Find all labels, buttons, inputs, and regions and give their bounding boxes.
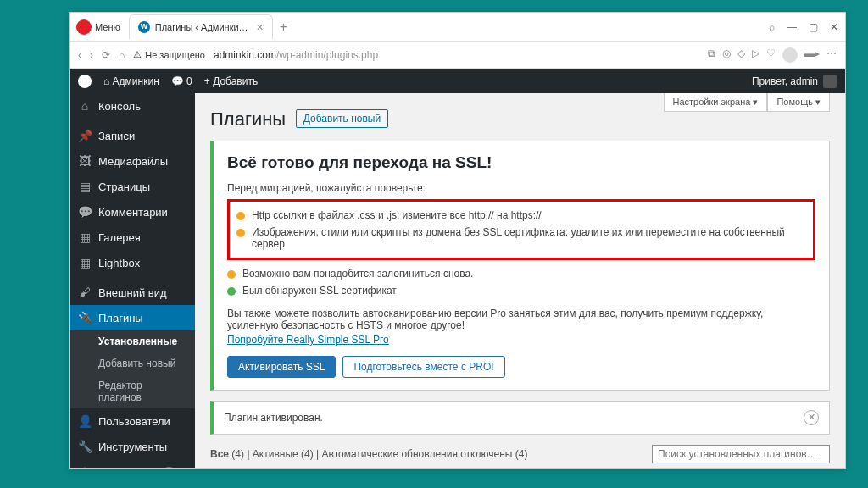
wp-logo-icon[interactable] — [78, 75, 92, 88]
ext-icon[interactable]: ◇ — [737, 47, 745, 63]
menu-settings[interactable]: ⚙Настройки1 — [70, 459, 195, 468]
page-icon: ▤ — [78, 180, 92, 193]
warn-dot-icon — [227, 270, 236, 279]
browser-titlebar: Меню Плагины ‹ Админкин — W… × + ⌕ — ▢ ✕ — [70, 13, 845, 42]
home-icon[interactable]: ⌂ — [119, 49, 125, 61]
screen-options-button[interactable]: Настройки экрана ▾ — [664, 93, 768, 112]
comment-icon: 💬 — [78, 205, 92, 219]
security-indicator[interactable]: ⚠ Не защищено — [133, 49, 205, 60]
warn-dot-icon — [236, 229, 245, 237]
ssl-pretext: Перед миграцией, пожалуйста проверьте: — [227, 182, 815, 194]
pro-button[interactable]: Подготовьтесь вместе с PRO! — [342, 356, 504, 378]
media-icon: 🖾 — [78, 154, 92, 168]
filter-auto[interactable]: Автоматические обновления отключены — [322, 448, 513, 460]
close-icon[interactable]: ✕ — [830, 21, 838, 33]
reload-icon[interactable]: ⟳ — [102, 49, 110, 61]
ext-icon[interactable]: ⧉ — [708, 47, 715, 63]
wp-sidebar: ⌂Консоль 📌Записи 🖾Медиафайлы ▤Страницы 💬… — [70, 93, 195, 468]
menu-users[interactable]: 👤Пользователи — [70, 408, 195, 434]
user-icon: 👤 — [78, 414, 92, 428]
plug-icon: 🔌 — [78, 311, 92, 324]
menu-dashboard[interactable]: ⌂Консоль — [70, 93, 195, 119]
profile-icon[interactable] — [782, 47, 798, 63]
ssl-pro-text: Вы также можете позволить автосканирован… — [227, 308, 815, 331]
opera-icon — [76, 19, 92, 35]
comments-link[interactable]: 💬 0 — [171, 75, 192, 87]
menu-comments[interactable]: 💬Комментарии — [70, 199, 195, 225]
wp-favicon-icon — [138, 21, 150, 33]
brush-icon: 🖌 — [78, 286, 92, 299]
window-controls: ⌕ — ▢ ✕ — [769, 21, 838, 33]
site-link[interactable]: ⌂ Админкин — [103, 75, 159, 87]
ssl-pro-link[interactable]: Попробуйте Really Simple SSL Pro — [227, 334, 389, 346]
maximize-icon[interactable]: ▢ — [809, 21, 818, 33]
ok-dot-icon — [227, 287, 236, 296]
submenu-installed[interactable]: Установленные — [70, 330, 195, 352]
pin-icon: 📌 — [78, 129, 92, 142]
ext-icon[interactable]: ♡ — [766, 47, 776, 63]
plugin-activated-notice: Плагин активирован. ✕ — [210, 401, 830, 435]
dismiss-icon[interactable]: ✕ — [804, 410, 819, 425]
content-area: Настройки экрана ▾ Помощь ▾ Плагины Доба… — [195, 93, 845, 468]
warn-dot-icon — [236, 212, 245, 220]
avatar[interactable] — [823, 75, 837, 88]
gauge-icon: ⌂ — [78, 99, 92, 113]
new-tab-button[interactable]: + — [280, 19, 287, 35]
battery-icon[interactable]: ▬▸ — [804, 47, 820, 63]
search-input[interactable] — [652, 445, 830, 463]
menu-plugins[interactable]: 🔌Плагины — [70, 305, 195, 330]
ssl-notice: Всё готово для перехода на SSL! Перед ми… — [210, 141, 830, 391]
menu-media[interactable]: 🖾Медиафайлы — [70, 148, 195, 174]
tab-title: Плагины ‹ Админкин — W… — [155, 22, 252, 32]
back-icon[interactable]: ‹ — [78, 49, 81, 61]
submenu-editor[interactable]: Редактор плагинов — [70, 374, 195, 408]
update-badge: 1 — [163, 467, 176, 469]
add-new-button[interactable]: Добавить новый — [296, 109, 388, 128]
lightbox-icon: ▦ — [78, 256, 92, 269]
page-title: Плагины — [210, 93, 286, 137]
browser-tab[interactable]: Плагины ‹ Админкин — W… × — [129, 14, 273, 39]
ext-icon[interactable]: ◎ — [722, 47, 731, 63]
wordpress-admin: ⌂ Админкин 💬 0 + Добавить Привет, admin … — [70, 69, 845, 468]
wrench-icon: 🔧 — [78, 440, 92, 453]
activate-ssl-button[interactable]: Активировать SSL — [227, 356, 336, 378]
gear-icon: ⚙ — [78, 465, 92, 468]
forward-icon[interactable]: › — [90, 49, 93, 61]
browser-window: Меню Плагины ‹ Админкин — W… × + ⌕ — ▢ ✕… — [69, 12, 846, 469]
ext-icon[interactable]: ▷ — [752, 47, 760, 63]
help-button[interactable]: Помощь ▾ — [767, 93, 830, 112]
wp-admin-bar: ⌂ Админкин 💬 0 + Добавить Привет, admin — [70, 69, 845, 93]
filter-active[interactable]: Активные — [253, 448, 298, 460]
address-bar: ‹ › ⟳ ⌂ ⚠ Не защищено adminkin.com/wp-ad… — [70, 42, 845, 69]
minimize-icon[interactable]: — — [787, 21, 797, 33]
menu-appearance[interactable]: 🖌Внешний вид — [70, 280, 195, 305]
menu-gallery[interactable]: ▦Галерея — [70, 225, 195, 250]
plugins-submenu: Установленные Добавить новый Редактор пл… — [70, 330, 195, 408]
tab-close-icon[interactable]: × — [257, 20, 264, 34]
extension-icons: ⧉ ◎ ◇ ▷ ♡ ▬▸ ⋯ — [708, 47, 837, 63]
more-icon[interactable]: ⋯ — [826, 47, 837, 63]
highlighted-checks: Http ссылки в файлах .css и .js: изменит… — [227, 199, 815, 260]
submenu-add[interactable]: Добавить новый — [70, 352, 195, 374]
add-new-link[interactable]: + Добавить — [204, 75, 258, 87]
menu-lightbox[interactable]: ▦Lightbox — [70, 250, 195, 275]
gallery-icon: ▦ — [78, 230, 92, 244]
menu-tools[interactable]: 🔧Инструменты — [70, 434, 195, 459]
browser-menu[interactable]: Меню — [95, 22, 120, 32]
greeting[interactable]: Привет, admin — [752, 75, 818, 87]
menu-posts[interactable]: 📌Записи — [70, 123, 195, 148]
filter-row: Все (4) | Активные (4) | Автоматические … — [210, 445, 830, 463]
ssl-heading: Всё готово для перехода на SSL! — [227, 153, 815, 172]
search-icon[interactable]: ⌕ — [769, 21, 775, 33]
url-field[interactable]: adminkin.com/wp-admin/plugins.php — [214, 49, 699, 61]
menu-pages[interactable]: ▤Страницы — [70, 174, 195, 199]
